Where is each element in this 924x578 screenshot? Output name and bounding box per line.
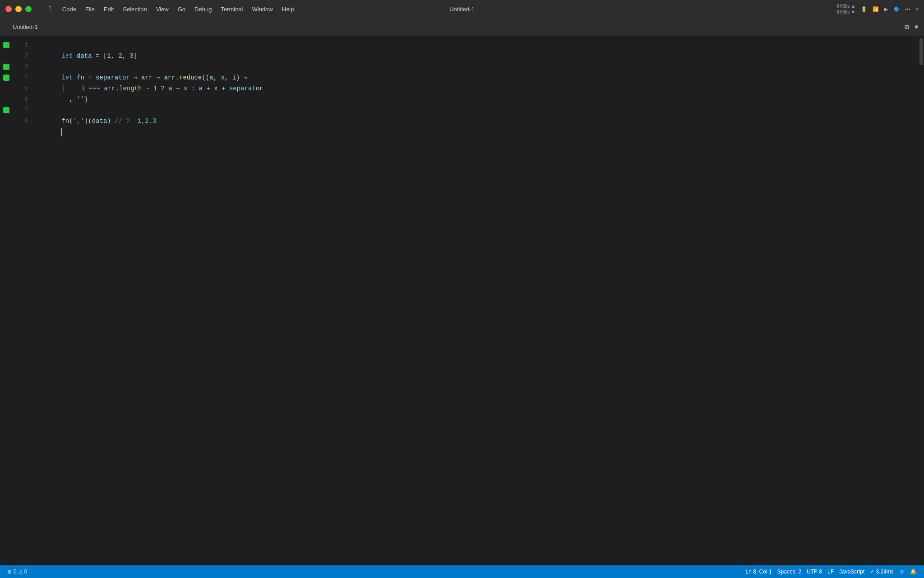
breakpoint-4[interactable] bbox=[3, 75, 9, 81]
bp-row-7[interactable] bbox=[0, 105, 13, 116]
traffic-light-red[interactable] bbox=[5, 6, 12, 12]
scrollbar-thumb[interactable] bbox=[919, 38, 923, 65]
titlebar-center: Untitled-1 bbox=[449, 6, 475, 13]
traffic-light-green[interactable] bbox=[25, 6, 32, 12]
more-icon[interactable]: ••• bbox=[905, 6, 910, 12]
breakpoint-7[interactable] bbox=[3, 107, 9, 113]
encoding-indicator[interactable]: UTF-8 bbox=[805, 569, 824, 575]
error-count: 0 bbox=[14, 569, 17, 575]
titlebar-menu:  Code File Edit Selection View Go Debug… bbox=[44, 5, 299, 13]
list-icon[interactable]: ≡ bbox=[916, 6, 919, 12]
editor[interactable]: 1 2 3 4 5 6 7 8 let data = [1, 2, 3] let… bbox=[0, 36, 924, 565]
line-num-4: 4 bbox=[13, 72, 28, 83]
menu-code[interactable]: Code bbox=[58, 6, 81, 13]
titlebar:  Code File Edit Selection View Go Debug… bbox=[0, 0, 924, 18]
menu-selection[interactable]: Selection bbox=[118, 6, 151, 13]
menu-help[interactable]: Help bbox=[277, 6, 299, 13]
titlebar-left:  Code File Edit Selection View Go Debug… bbox=[5, 5, 299, 13]
status-right: Ln 8, Col 1 Spaces: 2 UTF-8 LF JavaScrip… bbox=[744, 569, 919, 575]
code-line-8 bbox=[39, 116, 919, 126]
menu-window[interactable]: Window bbox=[248, 6, 277, 13]
spaces-indicator[interactable]: Spaces: 2 bbox=[776, 569, 803, 575]
bp-row-6[interactable] bbox=[0, 94, 13, 105]
code-line-3: let fn = separator ⇒ arr ⇒ arr.reduce((a… bbox=[39, 61, 919, 72]
split-editor-icon[interactable]: ⊞ bbox=[903, 21, 911, 33]
tabbar: Untitled-1 ⊞ ● bbox=[0, 18, 924, 36]
eol-indicator[interactable]: LF bbox=[826, 569, 836, 575]
titlebar-right: 0 KB/s ▲ 0 KB/s ▼ 🔋 📶 ▶ 🔷 ••• ≡ bbox=[836, 3, 919, 15]
timing-indicator[interactable]: ✓ 3.24ms bbox=[868, 569, 896, 575]
bp-row-5[interactable] bbox=[0, 83, 13, 94]
menu-go[interactable]: Go bbox=[173, 6, 190, 13]
errors-indicator[interactable]: ⊗ 0 △ 0 bbox=[5, 569, 29, 575]
menu-edit[interactable]: Edit bbox=[99, 6, 118, 13]
menu-view[interactable]: View bbox=[152, 6, 173, 13]
menu-file[interactable]: File bbox=[81, 6, 99, 13]
scrollbar[interactable] bbox=[919, 36, 924, 565]
circle-icon: ● bbox=[914, 23, 919, 31]
code-line-1: let data = [1, 2, 3] bbox=[39, 40, 919, 51]
line-num-8: 8 bbox=[13, 116, 28, 126]
wifi-icon: 📶 bbox=[873, 6, 879, 12]
line-num-2: 2 bbox=[13, 51, 28, 61]
menu-terminal[interactable]: Terminal bbox=[216, 6, 247, 13]
warning-count: 0 bbox=[24, 569, 28, 575]
smiley-icon[interactable]: ☺ bbox=[897, 569, 906, 575]
language-indicator[interactable]: JavaScript bbox=[837, 569, 866, 575]
code-line-6 bbox=[39, 94, 919, 105]
finder-icon[interactable]: 🔷 bbox=[893, 6, 900, 12]
line-num-5: 5 bbox=[13, 83, 28, 94]
battery-icon: 🔋 bbox=[861, 6, 867, 12]
bp-row-4[interactable] bbox=[0, 72, 13, 83]
bp-row-1[interactable] bbox=[0, 40, 13, 51]
bell-icon[interactable]: 🔔 bbox=[908, 569, 919, 575]
network-speed: 0 KB/s ▲ 0 KB/s ▼ bbox=[836, 3, 855, 15]
line-num-6: 6 bbox=[13, 94, 28, 105]
bp-row-3[interactable] bbox=[0, 61, 13, 72]
play-icon[interactable]: ▶ bbox=[884, 6, 888, 12]
line-numbers: 1 2 3 4 5 6 7 8 bbox=[13, 36, 35, 565]
code-editor[interactable]: let data = [1, 2, 3] let fn = separator … bbox=[35, 36, 919, 565]
breakpoint-gutter bbox=[0, 36, 13, 565]
cursor-position[interactable]: Ln 8, Col 1 bbox=[744, 569, 774, 575]
code-line-2 bbox=[39, 51, 919, 61]
bp-row-2[interactable] bbox=[0, 51, 13, 61]
status-left: ⊗ 0 △ 0 bbox=[5, 569, 29, 575]
code-line-7: fn(',')(data) // ? 1,2,3 bbox=[39, 105, 919, 116]
breakpoint-3[interactable] bbox=[3, 64, 9, 70]
warning-icon: △ bbox=[18, 569, 23, 575]
line-num-3: 3 bbox=[13, 61, 28, 72]
apple-menu[interactable]:  bbox=[44, 5, 56, 13]
line-num-1: 1 bbox=[13, 40, 28, 51]
bp-row-8[interactable] bbox=[0, 116, 13, 126]
error-icon: ⊗ bbox=[7, 569, 12, 575]
statusbar: ⊗ 0 △ 0 Ln 8, Col 1 Spaces: 2 UTF-8 LF J… bbox=[0, 565, 924, 578]
menu-debug[interactable]: Debug bbox=[190, 6, 216, 13]
editor-tab[interactable]: Untitled-1 bbox=[5, 18, 45, 36]
traffic-light-yellow[interactable] bbox=[15, 6, 22, 12]
line-num-7: 7 bbox=[13, 105, 28, 116]
breakpoint-1[interactable] bbox=[3, 42, 9, 48]
